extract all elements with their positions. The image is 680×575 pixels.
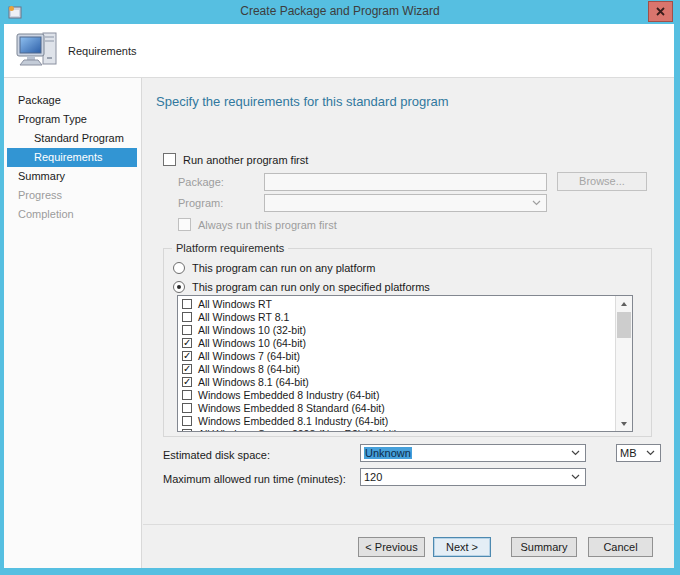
- sidebar-item-standard-program[interactable]: Standard Program: [4, 129, 141, 148]
- platform-row-windows-embedded-8-industry-64-bit[interactable]: Windows Embedded 8 Industry (64-bit): [178, 388, 615, 401]
- sidebar-item-program-type[interactable]: Program Type: [4, 110, 141, 129]
- run-time-label: Maximum allowed run time (minutes):: [163, 473, 346, 485]
- platform-checkbox[interactable]: [182, 403, 192, 413]
- disk-space-unit-value: MB: [620, 447, 637, 459]
- chevron-down-icon[interactable]: [571, 474, 580, 480]
- platform-label: All Windows 8 (64-bit): [198, 363, 300, 375]
- platform-checkbox[interactable]: ✓: [182, 338, 192, 348]
- run-specified-platform-label: This program can run only on specified p…: [192, 281, 430, 293]
- sidebar-item-requirements[interactable]: Requirements: [7, 148, 137, 167]
- disk-space-unit-combobox[interactable]: MB: [616, 444, 661, 462]
- platform-label: Windows Embedded 8 Standard (64-bit): [198, 402, 385, 414]
- package-input: [264, 173, 547, 191]
- run-specified-platform-row: This program can run only on specified p…: [173, 281, 430, 293]
- titlebar: Create Package and Program Wizard: [0, 0, 680, 24]
- platform-checkbox[interactable]: [182, 429, 192, 433]
- run-any-platform-radio[interactable]: [173, 262, 185, 274]
- platform-row-all-windows-rt-8-1[interactable]: All Windows RT 8.1: [178, 310, 615, 323]
- wizard-body: PackageProgram TypeStandard ProgramRequi…: [4, 78, 674, 568]
- platform-row-all-windows-rt[interactable]: All Windows RT: [178, 297, 615, 310]
- page-title: Requirements: [68, 45, 136, 57]
- cancel-button[interactable]: Cancel: [588, 537, 653, 557]
- platform-checkbox[interactable]: ✓: [182, 351, 192, 361]
- run-time-value: 120: [364, 471, 382, 483]
- platform-row-all-windows-8-1-64-bit[interactable]: ✓All Windows 8.1 (64-bit): [178, 375, 615, 388]
- page-heading: Specify the requirements for this standa…: [156, 94, 449, 109]
- platform-row-all-windows-8-64-bit[interactable]: ✓All Windows 8 (64-bit): [178, 362, 615, 375]
- close-icon: [656, 7, 665, 16]
- window-frame: Requirements PackageProgram TypeStandard…: [4, 24, 674, 568]
- always-run-row: Always run this program first: [178, 218, 337, 231]
- platform-label: All Windows Server 2008 (Non-R2) (64-bit…: [198, 428, 398, 433]
- wizard-content: Specify the requirements for this standa…: [143, 78, 674, 568]
- platform-checkbox[interactable]: [182, 299, 192, 309]
- always-run-checkbox: [178, 218, 191, 231]
- platform-label: Windows Embedded 8.1 Industry (64-bit): [198, 415, 388, 427]
- program-label: Program:: [178, 197, 223, 209]
- platform-requirements-legend: Platform requirements: [172, 242, 288, 254]
- platform-list: All Windows RTAll Windows RT 8.1All Wind…: [177, 295, 633, 432]
- platform-label: All Windows RT: [198, 298, 272, 310]
- sidebar-item-completion: Completion: [4, 205, 141, 224]
- platform-row-windows-embedded-8-standard-64-bit[interactable]: Windows Embedded 8 Standard (64-bit): [178, 401, 615, 414]
- run-another-program-row: Run another program first: [163, 153, 308, 166]
- wizard-window: Create Package and Program Wizard: [0, 0, 680, 575]
- platform-row-all-windows-7-64-bit[interactable]: ✓All Windows 7 (64-bit): [178, 349, 615, 362]
- scroll-down-button[interactable]: [616, 416, 632, 431]
- platform-checkbox[interactable]: [182, 416, 192, 426]
- wizard-header: Requirements: [4, 24, 674, 78]
- scrollbar-thumb[interactable]: [617, 312, 631, 338]
- run-another-program-checkbox[interactable]: [163, 153, 176, 166]
- platform-checkbox[interactable]: [182, 325, 192, 335]
- run-any-platform-row: This program can run on any platform: [173, 262, 375, 274]
- program-dropdown: [264, 194, 547, 212]
- platform-list-scrollbar[interactable]: [615, 296, 632, 431]
- window-title: Create Package and Program Wizard: [0, 4, 680, 18]
- platform-label: All Windows 8.1 (64-bit): [198, 376, 309, 388]
- footer-divider: [143, 524, 674, 525]
- platform-label: All Windows 10 (64-bit): [198, 337, 306, 349]
- chevron-down-icon[interactable]: [571, 450, 580, 456]
- scroll-up-button[interactable]: [616, 296, 632, 311]
- disk-space-label: Estimated disk space:: [163, 449, 270, 461]
- platform-checkbox[interactable]: [182, 390, 192, 400]
- always-run-label: Always run this program first: [198, 219, 337, 231]
- previous-button[interactable]: < Previous: [358, 537, 425, 557]
- run-time-combobox[interactable]: 120: [360, 468, 586, 486]
- wizard-steps-sidebar: PackageProgram TypeStandard ProgramRequi…: [4, 78, 142, 568]
- close-button[interactable]: [648, 1, 673, 22]
- platform-label: Windows Embedded 8 Industry (64-bit): [198, 389, 380, 401]
- sidebar-item-progress: Progress: [4, 186, 141, 205]
- summary-button[interactable]: Summary: [511, 537, 577, 557]
- platform-label: All Windows 7 (64-bit): [198, 350, 300, 362]
- run-specified-platform-radio[interactable]: [173, 281, 185, 293]
- browse-button: Browse...: [557, 172, 647, 191]
- platform-row-windows-embedded-8-1-industry-64-bit[interactable]: Windows Embedded 8.1 Industry (64-bit): [178, 414, 615, 427]
- package-label: Package:: [178, 176, 224, 188]
- run-another-program-label: Run another program first: [183, 154, 308, 166]
- platform-row-all-windows-10-64-bit[interactable]: ✓All Windows 10 (64-bit): [178, 336, 615, 349]
- platform-label: All Windows 10 (32-bit): [198, 324, 306, 336]
- disk-space-combobox[interactable]: Unknown: [360, 444, 586, 462]
- sidebar-item-summary[interactable]: Summary: [4, 167, 141, 186]
- platform-row-all-windows-10-32-bit[interactable]: All Windows 10 (32-bit): [178, 323, 615, 336]
- disk-space-value: Unknown: [364, 447, 412, 459]
- platform-checkbox[interactable]: ✓: [182, 377, 192, 387]
- next-button[interactable]: Next >: [433, 537, 491, 557]
- platform-label: All Windows RT 8.1: [198, 311, 289, 323]
- chevron-down-icon[interactable]: [646, 450, 655, 456]
- platform-requirements-group: Platform requirements This program can r…: [163, 248, 652, 437]
- arrow-up-icon: [621, 302, 627, 306]
- platform-checkbox[interactable]: ✓: [182, 364, 192, 374]
- platform-checkbox[interactable]: [182, 312, 192, 322]
- run-any-platform-label: This program can run on any platform: [192, 262, 375, 274]
- platform-row-all-windows-server-2008-non-r2-64-bit[interactable]: All Windows Server 2008 (Non-R2) (64-bit…: [178, 427, 615, 432]
- arrow-down-icon: [621, 422, 627, 426]
- chevron-down-icon: [532, 200, 541, 206]
- computer-icon: [16, 31, 60, 75]
- sidebar-item-package[interactable]: Package: [4, 91, 141, 110]
